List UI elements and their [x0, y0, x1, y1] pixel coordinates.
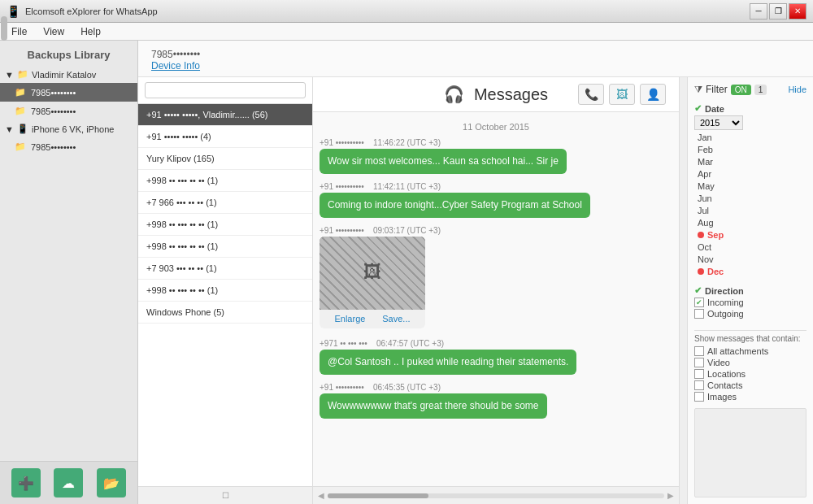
message-sender-0: +91 ••••••••••	[320, 138, 364, 147]
menu-file[interactable]: File	[3, 24, 35, 39]
month-nov[interactable]: Nov	[694, 254, 806, 265]
messages-title: Messages	[474, 85, 548, 104]
month-mar[interactable]: Mar	[694, 156, 806, 167]
month-feb[interactable]: Feb	[694, 144, 806, 155]
filter-scrollbar[interactable]	[694, 408, 806, 497]
message-block-3: +971 •• ••• ••• 06:47:57 (UTC +3) @Col S…	[320, 339, 672, 375]
close-button[interactable]: ✕	[789, 3, 806, 20]
message-block-0: +91 •••••••••• 11:46:22 (UTC +3) Wow sir…	[320, 138, 672, 174]
incoming-row: ✔ Incoming	[694, 298, 806, 307]
month-mar-label: Mar	[698, 157, 713, 167]
filter-header: ⧩ Filter ON 1 Hide	[694, 84, 806, 95]
month-jan[interactable]: Jan	[694, 132, 806, 143]
chat-scrollbar[interactable]	[679, 77, 687, 504]
contact-item-4[interactable]: +7 966 ••• •• •• (1)	[138, 192, 312, 214]
contact-label-0: +91 ••••• •••••, Vladimir...... (56)	[146, 110, 267, 119]
attachments-section: Show messages that contain: All attachme…	[694, 330, 806, 403]
sidebar-item-backup1[interactable]: 📁 7985••••••••	[0, 83, 137, 102]
filter-date-section: ✔ Date 2015 2014 2013 Jan Feb Mar Apr Ma…	[694, 103, 806, 277]
incoming-checkbox[interactable]: ✔	[694, 298, 704, 307]
contact-item-6[interactable]: +998 •• ••• •• •• (1)	[138, 236, 312, 258]
sidebar-item-backup2[interactable]: 📁 7985••••••••	[0, 102, 137, 120]
menu-view[interactable]: View	[35, 24, 72, 39]
attachments-title: Show messages that contain:	[694, 334, 806, 343]
date-checkmark: ✔	[694, 103, 702, 114]
contact-item-8[interactable]: +998 •• ••• •• •• (1)	[138, 280, 312, 302]
month-nov-label: Nov	[698, 254, 714, 264]
sidebar-section-vladimir[interactable]: ▼ 📁 Vladimir Katalov	[0, 66, 137, 83]
message-meta-0: +91 •••••••••• 11:46:22 (UTC +3)	[320, 138, 672, 147]
message-meta-4: +91 •••••••••• 06:45:35 (UTC +3)	[320, 383, 672, 392]
filter-hide-button[interactable]: Hide	[788, 85, 806, 94]
funnel-icon: ⧩	[694, 84, 702, 95]
message-meta-3: +971 •• ••• ••• 06:47:57 (UTC +3)	[320, 339, 672, 348]
sidebar-section-iphone[interactable]: ▼ 📱 iPhone 6 VK, iPhone	[0, 120, 137, 137]
main-content: 7985•••••••• Device Info +91 ••••• •••••…	[138, 41, 813, 504]
restore-button[interactable]: ❐	[769, 3, 787, 20]
images-checkbox[interactable]	[694, 392, 704, 402]
phone-icon-btn[interactable]: 📞	[578, 84, 604, 105]
month-jul[interactable]: Jul	[694, 205, 806, 216]
device-header: 7985•••••••• Device Info	[138, 41, 813, 77]
month-may[interactable]: May	[694, 180, 806, 192]
message-sender-3: +971 •• ••• •••	[320, 339, 367, 348]
contact-item-9[interactable]: Windows Phone (5)	[138, 302, 312, 324]
message-sender-1: +91 ••••••••••	[320, 182, 364, 191]
month-aug[interactable]: Aug	[694, 217, 806, 228]
cloud-backup-button[interactable]: ☁	[54, 468, 83, 497]
contact-item-5[interactable]: +998 •• ••• •• •• (1)	[138, 214, 312, 236]
attachment-video: Video	[694, 358, 806, 367]
contact-item-7[interactable]: +7 903 ••• •• •• (1)	[138, 258, 312, 280]
video-checkbox[interactable]	[694, 358, 704, 367]
month-list: Jan Feb Mar Apr May Jun Jul Aug Sep Oct	[694, 132, 806, 277]
enlarge-button[interactable]: Enlarge	[334, 313, 365, 325]
year-select[interactable]: 2015 2014 2013	[694, 115, 743, 130]
month-jun[interactable]: Jun	[694, 193, 806, 204]
contact-item-2[interactable]: Yury Klipov (165)	[138, 148, 312, 170]
month-jan-label: Jan	[698, 133, 712, 142]
contact-label-6: +998 •• ••• •• •• (1)	[146, 241, 218, 251]
sidebar-section-label-iphone: iPhone 6 VK, iPhone	[32, 124, 115, 134]
month-sep[interactable]: Sep	[694, 229, 806, 241]
person-icon-btn[interactable]: 👤	[640, 84, 666, 105]
sidebar-item-iphone-backup[interactable]: 📁 7985••••••••	[0, 137, 137, 156]
filter-panel: ⧩ Filter ON 1 Hide ✔ Date 2015 2014 201	[687, 77, 813, 504]
month-oct[interactable]: Oct	[694, 241, 806, 253]
add-backup-button[interactable]: ➕	[11, 468, 41, 497]
outgoing-checkbox[interactable]	[694, 309, 704, 319]
contact-label-8: +998 •• ••• •• •• (1)	[146, 285, 218, 295]
all-attachments-label: All attachments	[707, 346, 768, 356]
search-input[interactable]	[145, 82, 306, 98]
contact-label-4: +7 966 ••• •• •• (1)	[146, 198, 217, 207]
iphone-icon: 📱	[17, 124, 28, 134]
contact-item-3[interactable]: +998 •• ••• •• •• (1)	[138, 170, 312, 192]
month-apr[interactable]: Apr	[694, 168, 806, 180]
date-label-text: Date	[705, 104, 724, 114]
open-folder-button[interactable]: 📂	[97, 468, 126, 497]
month-sep-dot	[698, 232, 704, 238]
month-dec[interactable]: Dec	[694, 266, 806, 277]
locations-label: Locations	[707, 369, 746, 379]
message-time-1: 11:42:11 (UTC +3)	[373, 182, 441, 191]
chat-messages[interactable]: 11 October 2015 +91 •••••••••• 11:46:22 …	[313, 112, 679, 486]
outgoing-label: Outgoing	[707, 309, 744, 319]
menu-help[interactable]: Help	[72, 24, 109, 39]
device-info-link[interactable]: Device Info	[151, 60, 200, 72]
chat-footer: ◀ ▶	[313, 486, 679, 504]
filter-direction-label: ✔ Direction	[694, 285, 806, 296]
window-title: Elcomsoft eXplorer for WhatsApp	[25, 7, 158, 16]
camera-icon-btn[interactable]: 🖼	[609, 84, 635, 105]
minimize-button[interactable]: ─	[750, 3, 767, 20]
locations-checkbox[interactable]	[694, 369, 704, 379]
contacts-checkbox[interactable]	[694, 380, 704, 390]
collapse-icon-2: ▼	[5, 124, 14, 134]
filter-date-label: ✔ Date	[694, 103, 806, 114]
month-sep-label: Sep	[707, 230, 724, 240]
attachment-contacts: Contacts	[694, 380, 806, 390]
save-button[interactable]: Save...	[382, 313, 410, 325]
contact-label-9: Windows Phone (5)	[146, 307, 224, 317]
contact-item-1[interactable]: +91 ••••• ••••• (4)	[138, 126, 312, 148]
chat-panel: 🎧 Messages 📞 🖼 👤 11 October 2015 +91 •••	[313, 77, 679, 504]
contact-item-0[interactable]: +91 ••••• •••••, Vladimir...... (56)	[138, 104, 312, 126]
all-attachments-checkbox[interactable]	[694, 346, 704, 356]
